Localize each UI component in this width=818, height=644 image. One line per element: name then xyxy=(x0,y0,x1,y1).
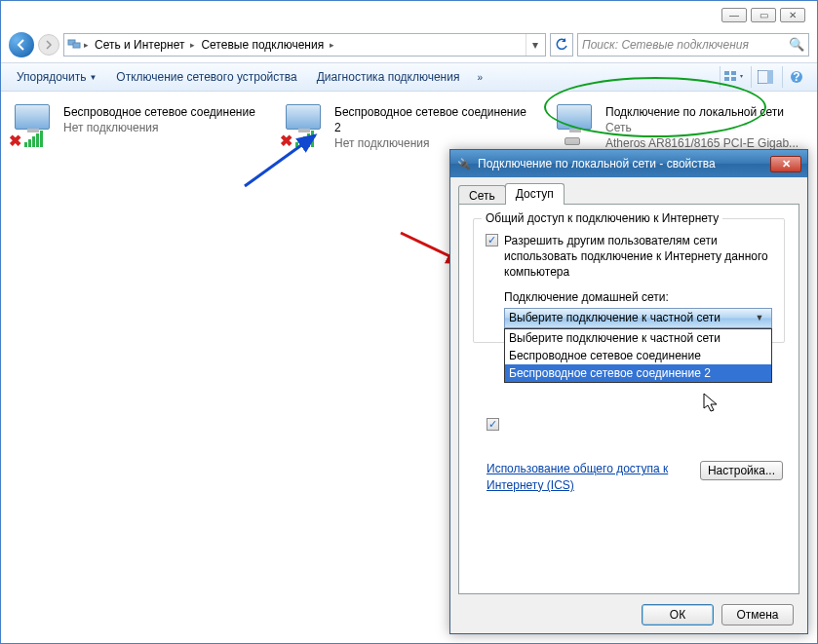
network-icon xyxy=(66,37,82,53)
ok-button[interactable]: ОК xyxy=(642,604,714,625)
cancel-button[interactable]: Отмена xyxy=(721,604,794,625)
preview-pane-button[interactable] xyxy=(751,66,778,88)
combo-option[interactable]: Беспроводное сетевое соединение 2 xyxy=(505,364,771,382)
connection-name: Подключение по локальной сети xyxy=(605,104,806,120)
search-input[interactable]: Поиск: Сетевые подключения 🔍 xyxy=(577,33,809,57)
connection-label: Сеть xyxy=(605,120,806,135)
combo-option[interactable]: Беспроводное сетевое соединение xyxy=(505,347,771,364)
breadcrumb-segment[interactable]: Сеть и Интернет xyxy=(91,36,188,54)
breadcrumb-arrow-icon: ▸ xyxy=(84,40,89,50)
view-menu[interactable] xyxy=(720,66,747,88)
allow-control-checkbox[interactable]: ✓ xyxy=(487,418,499,431)
home-connection-label: Подключение домашней сети: xyxy=(504,290,772,304)
dialog-icon: 🔌 xyxy=(456,156,472,171)
connection-status: Нет подключения xyxy=(63,120,264,135)
connection-name: Беспроводное сетевое соединение 2 xyxy=(334,104,535,135)
svg-rect-2 xyxy=(724,71,729,75)
allow-sharing-label: Разрешить другим пользователям сети испо… xyxy=(504,233,772,281)
lan-connection-icon xyxy=(551,104,598,147)
svg-rect-5 xyxy=(731,77,736,81)
forward-button xyxy=(38,34,59,56)
dialog-titlebar[interactable]: 🔌 Подключение по локальной сети - свойст… xyxy=(450,150,807,177)
ics-help-link[interactable]: Использование общего доступа к Интернету… xyxy=(487,462,668,492)
svg-rect-1 xyxy=(73,43,80,48)
combo-option[interactable]: Выберите подключение к частной сети xyxy=(505,329,771,347)
wifi-connection-icon: ✖ xyxy=(280,104,327,147)
svg-text:?: ? xyxy=(793,70,799,84)
svg-rect-4 xyxy=(724,77,729,81)
connection-item[interactable]: ✖ Беспроводное сетевое соединение Нет по… xyxy=(5,100,268,156)
connection-item[interactable]: Подключение по локальной сети Сеть Ather… xyxy=(547,100,810,156)
close-button[interactable]: ✕ xyxy=(780,8,805,22)
maximize-button[interactable]: ▭ xyxy=(751,8,776,22)
connection-name: Беспроводное сетевое соединение xyxy=(63,104,264,120)
disable-device-button[interactable]: Отключение сетевого устройства xyxy=(108,67,304,87)
svg-rect-3 xyxy=(731,71,736,75)
dialog-title: Подключение по локальной сети - свойства xyxy=(478,157,764,170)
back-button[interactable] xyxy=(9,32,34,57)
help-button[interactable]: ? xyxy=(782,66,809,88)
combo-value: Выберите подключение к частной сети xyxy=(509,311,752,324)
wifi-connection-icon: ✖ xyxy=(9,104,56,147)
search-icon: 🔍 xyxy=(789,37,804,52)
svg-rect-7 xyxy=(767,70,773,84)
search-placeholder: Поиск: Сетевые подключения xyxy=(582,38,749,52)
dialog-close-button[interactable]: ✕ xyxy=(770,156,801,172)
tab-access[interactable]: Доступ xyxy=(505,183,565,205)
organize-menu[interactable]: Упорядочить▼ xyxy=(9,67,104,87)
chevron-down-icon: ▼ xyxy=(752,313,767,322)
breadcrumb-segment[interactable]: Сетевые подключения xyxy=(197,36,328,54)
allow-sharing-checkbox[interactable]: ✓ xyxy=(486,234,498,246)
setup-button[interactable]: Настройка... xyxy=(700,461,783,480)
tab-network[interactable]: Сеть xyxy=(458,185,506,204)
connection-item[interactable]: ✖ Беспроводное сетевое соединение 2 Нет … xyxy=(276,100,539,156)
properties-dialog: 🔌 Подключение по локальной сети - свойст… xyxy=(449,149,808,634)
toolbar-overflow[interactable]: » xyxy=(471,69,488,86)
minimize-button[interactable]: — xyxy=(721,8,747,22)
diagnose-button[interactable]: Диагностика подключения xyxy=(309,67,468,87)
refresh-button[interactable] xyxy=(550,33,573,57)
combo-dropdown: Выберите подключение к частной сети Бесп… xyxy=(504,328,772,383)
address-bar[interactable]: ▸ Сеть и Интернет ▸ Сетевые подключения … xyxy=(63,33,546,57)
breadcrumb-arrow-icon: ▸ xyxy=(330,40,334,50)
breadcrumb-arrow-icon: ▸ xyxy=(190,40,195,50)
address-dropdown[interactable]: ▾ xyxy=(526,34,543,56)
groupbox-label: Общий доступ к подключению к Интернету xyxy=(482,211,722,225)
home-connection-combo[interactable]: Выберите подключение к частной сети ▼ Вы… xyxy=(504,308,772,328)
